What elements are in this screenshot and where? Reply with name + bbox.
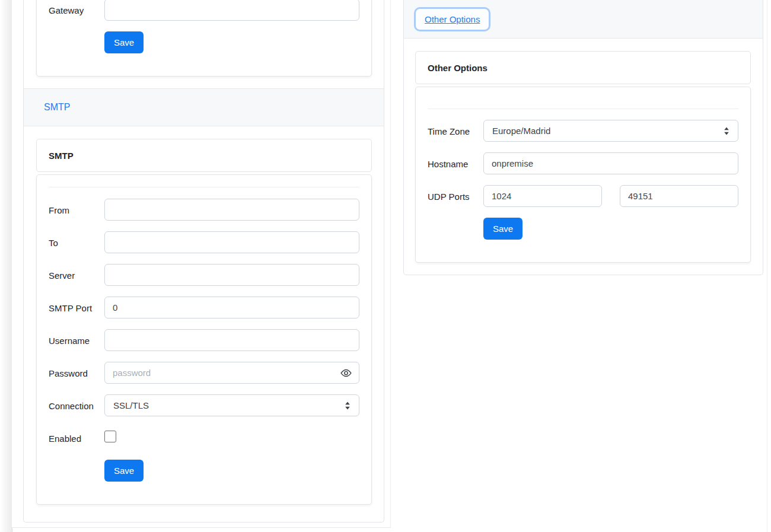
- other-options-body: Other Options Time Zone Europe/Madrid: [404, 39, 763, 275]
- server-label: Server: [49, 264, 104, 286]
- form-row: To: [49, 231, 359, 253]
- left-edge-shadow: [0, 0, 12, 532]
- divider: [49, 187, 359, 187]
- smtp-port-input[interactable]: [104, 297, 359, 318]
- form-row: Time Zone Europe/Madrid: [428, 120, 738, 142]
- gateway-save-button[interactable]: Save: [104, 31, 144, 53]
- gateway-section-body: Gateway Save: [24, 0, 384, 88]
- settings-accordion: Gateway Save SMTP SMTP: [23, 0, 384, 523]
- timezone-select[interactable]: Europe/Madrid: [483, 120, 738, 142]
- enabled-checkbox[interactable]: [104, 431, 116, 442]
- smtp-save-button[interactable]: Save: [104, 460, 144, 482]
- form-row: SMTP Port: [49, 297, 359, 318]
- gateway-card: Gateway Save: [36, 0, 372, 77]
- to-label: To: [49, 231, 104, 253]
- form-row: UDP Ports: [428, 185, 738, 207]
- password-label: Password: [49, 362, 104, 384]
- password-input[interactable]: [104, 362, 359, 384]
- smtp-accordion-header: SMTP: [24, 88, 384, 126]
- form-row: Password: [49, 362, 359, 384]
- other-options-save-button[interactable]: Save: [483, 218, 523, 240]
- smtp-port-label: SMTP Port: [49, 297, 104, 318]
- from-label: From: [49, 199, 104, 221]
- form-row: Hostname: [428, 152, 738, 174]
- smtp-card-title: SMTP: [36, 139, 372, 172]
- connection-label: Connection: [49, 394, 104, 416]
- username-input[interactable]: [104, 329, 359, 351]
- right-column: Other Options Other Options Time Zone Eu…: [399, 0, 767, 532]
- up-down-arrows-icon: [345, 402, 351, 410]
- eye-icon[interactable]: [340, 369, 352, 377]
- connection-select[interactable]: SSL/TLS: [104, 394, 359, 416]
- settings-page: Gateway Save SMTP SMTP: [0, 0, 771, 532]
- other-options-card-body: Time Zone Europe/Madrid: [415, 87, 751, 263]
- other-options-tabstrip: Other Options: [404, 0, 763, 39]
- smtp-card-body: From To Server: [36, 174, 372, 505]
- udp-port-min-input[interactable]: [483, 185, 602, 207]
- username-label: Username: [49, 329, 104, 351]
- udp-ports-label: UDP Ports: [428, 185, 483, 207]
- gateway-label: Gateway: [49, 0, 104, 21]
- server-input[interactable]: [104, 264, 359, 286]
- timezone-select-value: Europe/Madrid: [492, 126, 550, 136]
- form-row: From: [49, 199, 359, 221]
- hostname-label: Hostname: [428, 152, 483, 174]
- form-row: Enabled: [49, 427, 359, 449]
- from-input[interactable]: [104, 199, 359, 221]
- smtp-section-body: SMTP From To: [24, 126, 384, 505]
- tab-other-options[interactable]: Other Options: [414, 7, 490, 31]
- up-down-arrows-icon: [724, 127, 729, 135]
- other-options-card-title: Other Options: [415, 51, 751, 84]
- gateway-row: Gateway: [49, 0, 359, 21]
- timezone-label: Time Zone: [428, 120, 483, 142]
- left-column: Gateway Save SMTP SMTP: [12, 0, 391, 528]
- divider: [428, 109, 738, 109]
- form-row: Server: [49, 264, 359, 286]
- connection-select-value: SSL/TLS: [113, 400, 149, 410]
- form-row: Connection SSL/TLS: [49, 394, 359, 416]
- form-row: Username: [49, 329, 359, 351]
- enabled-label: Enabled: [49, 427, 104, 449]
- other-options-panel: Other Options Other Options Time Zone Eu…: [403, 0, 763, 275]
- hostname-input[interactable]: [483, 152, 738, 174]
- to-input[interactable]: [104, 231, 359, 253]
- smtp-accordion-toggle[interactable]: SMTP: [44, 102, 70, 113]
- gateway-input[interactable]: [104, 0, 359, 21]
- udp-port-max-input[interactable]: [620, 185, 738, 207]
